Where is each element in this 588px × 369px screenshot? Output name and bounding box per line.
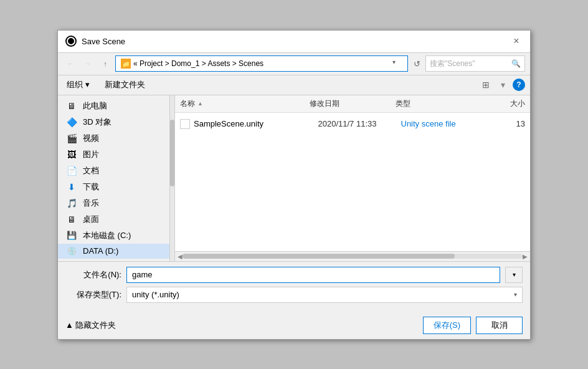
search-icon: 🔍 [511,59,521,68]
file-list: 名称 ▲ 修改日期 类型 大小 SampleScene.unity 2020/1… [175,95,530,261]
close-button[interactable]: × [510,35,523,47]
sidebar-label-local-disk: 本地磁盘 (C:) [83,230,131,241]
local-disk-icon: 💾 [65,231,78,241]
sidebar-label-music: 音乐 [83,198,99,209]
filename-label: 文件名(N): [65,269,121,280]
video-icon: 🎬 [65,133,78,143]
footer: ▲ 隐藏文件夹 保存(S) 取消 [58,312,530,339]
sidebar-item-local-disk[interactable]: 💾 本地磁盘 (C:) [58,228,169,244]
scroll-right-button[interactable]: ▶ [523,253,528,260]
sidebar-label-pictures: 图片 [83,149,99,160]
address-bar[interactable]: 📁 « Project > Domo_1 > Assets > Scenes ▾ [115,55,408,72]
filetype-row: 保存类型(T): unity (*.unity) ▾ [65,287,523,303]
sidebar-item-video[interactable]: 🎬 视频 [58,130,169,146]
filename-dropdown-button[interactable]: ▾ [505,267,523,283]
sidebar-label-downloads: 下载 [83,181,99,193]
sidebar: 🖥 此电脑 🔷 3D 对象 🎬 视频 🖼 图片 [58,95,170,261]
sidebar-scrollbar-thumb [170,120,174,186]
sidebar-item-desktop[interactable]: 🖥 桌面 [58,211,169,228]
sidebar-scrollbar[interactable] [170,95,175,261]
back-button[interactable]: ← [63,56,78,71]
sidebar-item-data-drive[interactable]: 💿 DATA (D:) [58,244,169,259]
filename-input[interactable] [126,267,500,283]
music-icon: 🎵 [65,198,78,208]
computer-icon: 🖥 [65,101,78,111]
file-type: Unity scene file [401,119,484,128]
scroll-left-button[interactable]: ◀ [178,253,183,260]
toolbar: 组织 ▾ 新建文件夹 ⊞ ▾ ? [58,75,530,95]
save-button[interactable]: 保存(S) [423,317,471,334]
unity-logo-icon [65,36,77,47]
folder-icon: 📁 [121,59,131,69]
organize-button[interactable]: 组织 ▾ [63,78,93,92]
sidebar-label-3d-objects: 3D 对象 [83,117,111,128]
view-dropdown-icon[interactable]: ▾ [501,80,505,90]
sidebar-item-3d-objects[interactable]: 🔷 3D 对象 [58,114,169,130]
desktop-icon: 🖥 [65,214,78,224]
address-path: « Project > Domo_1 > Assets > Scenes [133,59,390,68]
new-folder-button[interactable]: 新建文件夹 [101,78,149,92]
save-scene-dialog: Save Scene × ← → ↑ 📁 « Project > Domo_1 … [57,30,531,340]
column-size[interactable]: 大小 [482,98,525,109]
downloads-icon: ⬇ [65,182,78,192]
cancel-button[interactable]: 取消 [476,317,523,334]
file-date: 2020/11/7 11:33 [318,119,401,128]
column-name[interactable]: 名称 ▲ [180,98,310,109]
sidebar-item-this-computer[interactable]: 🖥 此电脑 [58,98,169,114]
hide-folder-label: ▲ 隐藏文件夹 [65,320,116,331]
title-bar: Save Scene × [58,31,530,53]
filetype-dropdown-icon: ▾ [514,291,517,298]
title-bar-left: Save Scene [65,36,125,47]
help-button[interactable]: ? [513,79,525,91]
up-button[interactable]: ↑ [98,56,113,71]
filetype-value: unity (*.unity) [132,290,179,299]
sidebar-label-desktop: 桌面 [83,214,99,225]
sidebar-item-documents[interactable]: 📄 文档 [58,163,169,179]
view-toggle-button[interactable]: ⊞ [478,77,493,92]
filename-row: 文件名(N): ▾ [65,267,523,283]
sidebar-item-music[interactable]: 🎵 音乐 [58,195,169,211]
sidebar-label-data-drive: DATA (D:) [83,246,118,256]
file-name: SampleScene.unity [194,119,318,128]
horizontal-scrollbar[interactable]: ◀ ▶ [175,251,530,261]
footer-buttons: 保存(S) 取消 [423,317,523,334]
file-size: 13 [484,119,526,128]
filetype-label: 保存类型(T): [65,289,121,300]
column-date[interactable]: 修改日期 [310,98,396,109]
scroll-track[interactable] [183,254,523,259]
pictures-icon: 🖼 [65,150,78,160]
sidebar-item-downloads[interactable]: ⬇ 下载 [58,179,169,195]
sidebar-label-this-computer: 此电脑 [83,100,107,112]
scroll-thumb [183,254,455,259]
filetype-select[interactable]: unity (*.unity) ▾ [126,287,523,303]
sidebar-item-pictures[interactable]: 🖼 图片 [58,146,169,163]
file-list-header: 名称 ▲ 修改日期 类型 大小 [175,95,530,113]
file-rows: SampleScene.unity 2020/11/7 11:33 Unity … [175,113,530,251]
search-bar[interactable]: 搜索"Scenes" 🔍 [425,55,525,72]
nav-bar: ← → ↑ 📁 « Project > Domo_1 > Assets > Sc… [58,53,530,75]
sidebar-label-video: 视频 [83,133,99,144]
documents-icon: 📄 [65,166,78,176]
hide-folder-toggle[interactable]: ▲ 隐藏文件夹 [65,320,116,331]
column-type[interactable]: 类型 [396,98,482,109]
sort-arrow-icon: ▲ [197,100,203,107]
search-placeholder: 搜索"Scenes" [430,59,509,69]
form-area: 文件名(N): ▾ 保存类型(T): unity (*.unity) ▾ [58,261,530,312]
refresh-button[interactable]: ↺ [410,55,423,72]
3d-icon: 🔷 [65,117,78,127]
main-area: 🖥 此电脑 🔷 3D 对象 🎬 视频 🖼 图片 [58,95,530,261]
file-icon [180,119,190,129]
window-title: Save Scene [82,37,125,46]
sidebar-label-documents: 文档 [83,165,99,176]
forward-button[interactable]: → [80,56,95,71]
address-dropdown-icon[interactable]: ▾ [392,59,402,69]
data-drive-icon: 💿 [65,246,78,256]
table-row[interactable]: SampleScene.unity 2020/11/7 11:33 Unity … [175,115,530,133]
